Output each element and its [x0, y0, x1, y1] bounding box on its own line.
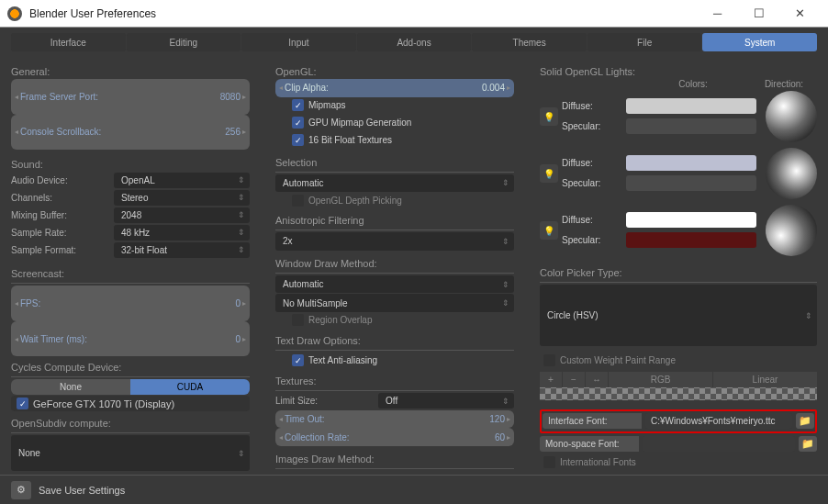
- close-button[interactable]: ✕: [779, 1, 821, 27]
- gpu-mipmap-row[interactable]: GPU Mipmap Generation: [275, 115, 514, 131]
- multisample-dropdown[interactable]: No MultiSample: [275, 294, 514, 312]
- window-draw-dropdown[interactable]: Automatic: [275, 275, 514, 294]
- light3-diffuse-color[interactable]: [626, 212, 756, 228]
- console-scrollback[interactable]: Console Scrollback:256: [11, 115, 250, 151]
- frame-server-port[interactable]: Frame Server Port:8080: [11, 79, 250, 115]
- prefs-tabs: Interface Editing Input Add-ons Themes F…: [11, 33, 817, 51]
- images-draw-label: Images Draw Method:: [275, 454, 514, 465]
- device-checkbox[interactable]: [17, 398, 28, 409]
- light3-direction-sphere[interactable]: [766, 205, 817, 256]
- tab-input[interactable]: Input: [241, 33, 356, 51]
- selection-dropdown[interactable]: Automatic: [275, 174, 514, 193]
- collection-rate[interactable]: Collection Rate:60: [275, 428, 514, 446]
- save-settings-button[interactable]: Save User Settings: [39, 485, 125, 496]
- mono-font-browse-button[interactable]: 📁: [799, 436, 817, 452]
- light1-diffuse-label: Diffuse:: [562, 101, 619, 111]
- audio-device-label: Audio Device:: [11, 175, 112, 185]
- aniso-label: Anisotropic Filtering: [275, 215, 514, 226]
- cycles-device-item[interactable]: GeForce GTX 1070 Ti (Display): [11, 396, 250, 411]
- textures-label: Textures:: [275, 375, 514, 386]
- gradient-ramp[interactable]: [540, 387, 817, 400]
- light3-specular-color[interactable]: [626, 232, 756, 248]
- window-title: Blender User Preferences: [29, 7, 156, 20]
- international-fonts-checkbox[interactable]: [543, 456, 555, 468]
- text-draw-label: Text Draw Options:: [275, 335, 514, 346]
- mipmaps-row[interactable]: Mipmaps: [275, 97, 514, 114]
- window-draw-label: Window Draw Method:: [275, 258, 514, 269]
- cycles-cuda-button[interactable]: CUDA: [130, 379, 250, 395]
- light1-toggle[interactable]: [540, 107, 558, 126]
- light1-direction-sphere[interactable]: [766, 91, 817, 142]
- sample-format-dropdown[interactable]: 32-bit Float: [114, 242, 250, 258]
- tab-interface[interactable]: Interface: [11, 33, 126, 51]
- region-overlap-row[interactable]: Region Overlap: [275, 312, 514, 329]
- custom-weight-checkbox[interactable]: [543, 354, 555, 366]
- limit-size-dropdown[interactable]: Off: [378, 393, 514, 409]
- screencast-fps[interactable]: FPS:0: [11, 286, 250, 321]
- footer-bar: ⚙ Save User Settings: [0, 475, 828, 504]
- interface-font-label: Interface Font:: [543, 413, 642, 429]
- sample-rate-dropdown[interactable]: 48 kHz: [114, 225, 250, 241]
- gradient-mode-dropdown[interactable]: RGB: [609, 372, 712, 387]
- cycles-device-group: None CUDA: [11, 379, 250, 395]
- mono-font-field[interactable]: [643, 436, 795, 452]
- gradient-add-button[interactable]: +: [540, 372, 562, 387]
- tab-themes[interactable]: Themes: [472, 33, 587, 51]
- depth-picking-row[interactable]: OpenGL Depth Picking: [275, 192, 514, 208]
- text-aa-checkbox[interactable]: [292, 354, 304, 366]
- light1-diffuse-color[interactable]: [626, 98, 756, 114]
- gradient-flip-button[interactable]: ↔: [586, 372, 608, 387]
- light3-specular-label: Specular:: [562, 235, 619, 245]
- color-picker-label: Color Picker Type:: [540, 267, 817, 278]
- editor-type-icon[interactable]: ⚙: [11, 481, 31, 499]
- aniso-dropdown[interactable]: 2x: [275, 232, 514, 251]
- interface-font-field[interactable]: C:¥Windows¥Fonts¥meiryo.ttc: [645, 413, 792, 429]
- region-overlap-checkbox[interactable]: [292, 314, 304, 326]
- tab-system[interactable]: System: [702, 33, 817, 51]
- gpu-mipmap-checkbox[interactable]: [292, 117, 304, 129]
- light2-direction-sphere[interactable]: [766, 148, 817, 199]
- blender-logo-icon: [7, 6, 22, 21]
- light2-toggle[interactable]: [540, 164, 558, 183]
- text-aa-row[interactable]: Text Anti-aliasing: [275, 353, 514, 369]
- time-out[interactable]: Time Out:120: [275, 410, 514, 429]
- mixing-buffer-label: Mixing Buffer:: [11, 210, 112, 220]
- float16-row[interactable]: 16 Bit Float Textures: [275, 132, 514, 149]
- channels-dropdown[interactable]: Stereo: [114, 190, 250, 206]
- light3-toggle[interactable]: [540, 221, 558, 240]
- gradient-remove-button[interactable]: −: [563, 372, 585, 387]
- maximize-button[interactable]: ☐: [738, 1, 779, 27]
- sound-label: Sound:: [11, 159, 250, 170]
- minimize-button[interactable]: ─: [697, 1, 738, 27]
- tab-editing[interactable]: Editing: [127, 33, 241, 51]
- color-picker-dropdown[interactable]: Circle (HSV): [540, 285, 817, 346]
- light2-diffuse-color[interactable]: [626, 155, 756, 171]
- light3-diffuse-label: Diffuse:: [562, 215, 619, 225]
- tab-file[interactable]: File: [587, 33, 702, 51]
- mipmaps-checkbox[interactable]: [292, 99, 304, 111]
- interface-font-browse-button[interactable]: 📁: [796, 413, 814, 429]
- opensubdiv-dropdown[interactable]: None: [11, 435, 250, 471]
- mono-font-label: Mono-space Font:: [540, 436, 639, 452]
- gradient-interp-dropdown[interactable]: Linear: [713, 372, 817, 387]
- light2-diffuse-label: Diffuse:: [562, 158, 619, 168]
- tab-addons[interactable]: Add-ons: [357, 33, 472, 51]
- clip-alpha[interactable]: Clip Alpha:0.004: [275, 79, 514, 97]
- international-fonts-row[interactable]: International Fonts: [540, 454, 817, 470]
- cycles-none-button[interactable]: None: [11, 379, 130, 395]
- folder-icon: 📁: [801, 438, 814, 450]
- title-bar: Blender User Preferences ─ ☐ ✕: [0, 0, 828, 28]
- screencast-label: Screencast:: [11, 268, 250, 279]
- general-label: General:: [11, 66, 250, 77]
- audio-device-dropdown[interactable]: OpenAL: [114, 173, 250, 188]
- selection-label: Selection: [275, 157, 514, 168]
- light1-specular-color[interactable]: [626, 118, 756, 134]
- mixing-buffer-dropdown[interactable]: 2048: [114, 207, 250, 223]
- interface-font-highlight: Interface Font: C:¥Windows¥Fonts¥meiryo.…: [540, 409, 817, 433]
- colors-header: Colors:: [643, 79, 744, 89]
- custom-weight-row[interactable]: Custom Weight Paint Range: [540, 352, 817, 368]
- light2-specular-color[interactable]: [626, 175, 756, 191]
- screencast-wait-timer[interactable]: Wait Timer (ms):0: [11, 321, 250, 357]
- float16-checkbox[interactable]: [292, 134, 304, 146]
- depth-picking-checkbox[interactable]: [292, 195, 304, 207]
